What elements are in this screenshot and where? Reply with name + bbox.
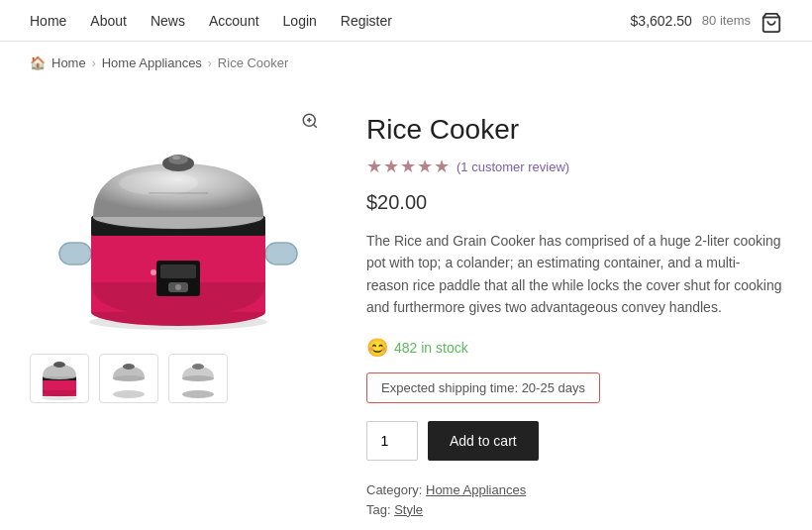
tag-link[interactable]: Style [394,502,423,517]
stock-row: 😊 482 in stock [366,337,782,359]
svg-point-31 [123,364,135,370]
svg-point-30 [113,375,145,381]
quantity-input[interactable] [366,421,418,461]
svg-point-28 [53,362,65,368]
svg-point-33 [182,375,214,381]
review-link[interactable]: (1 customer review) [457,159,569,174]
nav-login[interactable]: Login [283,13,317,29]
breadcrumb-home[interactable]: Home [51,55,86,70]
svg-point-24 [42,396,77,400]
tag-row: Tag: Style [366,502,782,517]
cart-icon[interactable] [761,12,782,30]
svg-rect-19 [160,265,196,278]
svg-point-17 [172,156,180,159]
category-label: Category: [366,482,422,497]
svg-point-34 [192,364,204,370]
svg-rect-6 [59,243,91,265]
breadcrumb: 🏠 Home › Home Appliances › Rice Cooker [0,42,812,84]
thumb-3[interactable] [168,354,228,403]
description: The Rice and Grain Cooker has comprised … [366,230,782,319]
cart-area: $3,602.50 80 items [631,12,782,30]
nav-news[interactable]: News [151,13,185,29]
navbar: Home About News Account Login Register $… [0,0,812,42]
nav-register[interactable]: Register [341,13,392,29]
thumb-1[interactable] [30,354,89,403]
stars-row: ★★★★★ (1 customer review) [366,156,782,177]
svg-point-22 [151,269,156,275]
shipping-box: Expected shipping time: 20-25 days [366,372,600,403]
nav-account[interactable]: Account [209,13,259,29]
stock-text: 482 in stock [394,340,468,356]
nav-home[interactable]: Home [30,13,66,29]
svg-point-32 [182,390,214,398]
product-images [30,104,327,522]
svg-point-21 [175,284,181,290]
cart-count: 80 items [702,13,751,28]
nav-about[interactable]: About [90,13,127,29]
nav-links: Home About News Account Login Register [30,13,631,29]
product-title: Rice Cooker [366,114,782,146]
svg-point-14 [119,171,198,195]
add-to-cart-row: Add to cart [366,421,782,461]
rice-cooker-svg [50,114,307,332]
stock-icon: 😊 [366,337,388,359]
cart-total: $3,602.50 [631,13,692,29]
breadcrumb-sep1: › [92,56,96,70]
price: $20.00 [366,191,782,214]
main-image [30,104,327,342]
category-row: Category: Home Appliances [366,482,782,497]
svg-rect-7 [265,243,297,265]
product-page: Rice Cooker ★★★★★ (1 customer review) $2… [0,84,812,530]
breadcrumb-current: Rice Cooker [218,55,289,70]
stars: ★★★★★ [366,156,451,177]
svg-point-29 [113,390,145,398]
category-link[interactable]: Home Appliances [426,482,526,497]
thumbnails [30,354,327,403]
zoom-icon[interactable] [301,112,319,133]
thumb-2[interactable] [99,354,158,403]
breadcrumb-sep2: › [208,56,212,70]
add-to-cart-button[interactable]: Add to cart [428,421,539,461]
tag-label: Tag: [366,502,391,517]
product-details: Rice Cooker ★★★★★ (1 customer review) $2… [366,104,782,522]
breadcrumb-appliances[interactable]: Home Appliances [102,55,202,70]
home-icon: 🏠 [30,55,46,70]
svg-line-2 [313,124,316,127]
